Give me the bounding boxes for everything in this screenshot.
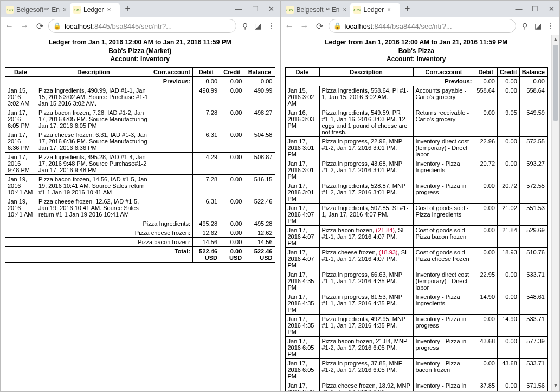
- menu-icon[interactable]: ⋮: [265, 22, 278, 30]
- cell-balance: 533.71: [519, 358, 547, 381]
- table-row: Jan 17, 2016 3:01 PMPizza in progress, 2…: [285, 136, 548, 159]
- forward-button[interactable]: →: [298, 21, 311, 31]
- cell-debit: 7.28: [192, 108, 220, 130]
- col-description: Description: [36, 67, 151, 76]
- cell-credit: 20.72: [498, 181, 520, 203]
- scroll-down-arrow-icon[interactable]: ▼: [552, 383, 559, 390]
- tab-close-icon[interactable]: ×: [387, 6, 391, 14]
- address-bar[interactable]: 🔒 localhost:8445/bsa8445/sec/ntr?...: [48, 19, 236, 33]
- scroll-thumb[interactable]: [553, 45, 558, 121]
- cell-description: Pizza in progress, 66.63, MNP #1-1, Jan …: [319, 270, 413, 292]
- tab-beigesoft[interactable]: EIS Beigesoft™ En ×: [283, 3, 350, 17]
- table-row: Jan 17, 2016 4:07 PMPizza bacon frozen, …: [285, 225, 548, 247]
- tab-close-icon[interactable]: ×: [63, 6, 67, 14]
- new-tab-button[interactable]: +: [121, 4, 134, 14]
- table-row: Jan 19, 2016 10:41 AMPizza bacon frozen,…: [5, 174, 275, 197]
- summary-credit: 0.00: [220, 237, 244, 246]
- tab-beigesoft[interactable]: EIS Beigesoft™ En ×: [3, 3, 70, 17]
- cell-debit: 6.31: [192, 130, 220, 152]
- url-toolbar: ← → ⟳ 🔒 localhost:8445/bsa8445/sec/ntr?.…: [1, 17, 280, 35]
- table-row: Jan 17, 2016 4:07 PMPizza Ingredients, 5…: [285, 203, 548, 225]
- summary-row: Pizza bacon frozen:14.560.0014.56: [5, 237, 275, 246]
- cell-date: Jan 17, 2016 6:36 PM: [285, 381, 319, 391]
- cell-description: Pizza in progress, 81.53, MNP #1-1, Jan …: [319, 292, 413, 314]
- cell-description: Pizza cheese frozen, 18.92, MNP #1-1, Ja…: [319, 381, 413, 391]
- menu-icon[interactable]: ⋮: [544, 22, 557, 30]
- reload-button[interactable]: ⟳: [313, 21, 326, 31]
- negative-value: (21.84): [376, 227, 395, 233]
- cell-credit: 43.68: [498, 358, 520, 381]
- cell-description: Pizza bacon frozen, 14.56, IAD #1-5, Jan…: [36, 174, 151, 197]
- maximize-button[interactable]: ☐: [247, 5, 263, 13]
- cell-description: Pizza Ingredients, 528.87, MNP #1-2, Jan…: [319, 181, 413, 203]
- cell-corr-account: Inventory - Pizza in progress: [413, 336, 474, 358]
- cell-date: Jan 17, 2016 3:01 PM: [285, 181, 319, 203]
- profile-icon[interactable]: ◪: [531, 22, 544, 30]
- reload-button[interactable]: ⟳: [33, 21, 46, 31]
- cell-corr-account: Cost of goods sold - Pizza Ingredients: [413, 203, 474, 225]
- cell-corr-account: Accounts payable - Carlo's grocery: [413, 86, 474, 108]
- report-title: Ledger from Jan 1, 2016 12:00 AM to Jan …: [285, 38, 548, 64]
- cell-debit: 37.85: [474, 381, 498, 391]
- maximize-button[interactable]: ☐: [527, 5, 543, 13]
- cell-description: Pizza bacon frozen, (21.84), SI #1-1, Ja…: [319, 225, 413, 247]
- table-row: Jan 17, 2016 3:01 PMPizza Ingredients, 5…: [285, 181, 548, 203]
- cell-balance: 593.27: [519, 159, 547, 181]
- favicon-eis-icon: EIS: [73, 6, 81, 14]
- cell-corr-account: [151, 86, 193, 108]
- tab-close-icon[interactable]: ×: [107, 6, 111, 14]
- ledger-table-left: Date Description Corr.account Debit Cred…: [5, 67, 275, 263]
- table-row: Jan 17, 2016 6:36 PMPizza cheese frozen,…: [285, 381, 548, 391]
- search-icon[interactable]: ⚲: [239, 22, 252, 30]
- vertical-scrollbar[interactable]: ▲ ▼: [551, 35, 559, 391]
- cell-corr-account: [151, 197, 193, 219]
- cell-date: Jan 17, 2016 4:07 PM: [285, 203, 319, 225]
- total-balance: 522.46 USD: [244, 246, 275, 262]
- new-tab-button[interactable]: +: [401, 4, 414, 14]
- cell-balance: 533.71: [519, 270, 547, 292]
- tab-close-icon[interactable]: ×: [343, 6, 347, 14]
- cell-credit: 0.00: [498, 159, 520, 181]
- forward-button[interactable]: →: [18, 21, 31, 31]
- col-debit: Debit: [192, 67, 220, 76]
- previous-balance: 0.00: [519, 76, 547, 86]
- cell-balance: 577.39: [519, 336, 547, 358]
- cell-date: Jan 15, 2016 3:02 AM: [285, 86, 319, 108]
- cell-description: Pizza Ingredients, 492.95, MNP #1-1, Jan…: [319, 314, 413, 336]
- cell-date: Jan 17, 2016 6:05 PM: [5, 108, 36, 130]
- cell-date: Jan 17, 2016 4:07 PM: [285, 225, 319, 247]
- tab-ledger[interactable]: EIS Ledger ×: [70, 3, 120, 17]
- table-row: Jan 17, 2016 6:36 PMPizza cheese frozen,…: [5, 130, 275, 152]
- cell-debit: 558.64: [474, 86, 498, 108]
- cell-balance: 572.55: [519, 136, 547, 159]
- scroll-up-arrow-icon[interactable]: ▲: [552, 36, 559, 44]
- cell-balance: 490.99: [244, 86, 275, 108]
- col-credit: Credit: [498, 67, 520, 76]
- close-window-button[interactable]: ✕: [543, 5, 559, 13]
- url-path: :8444/bsa8444/sec/ntr?...: [372, 22, 452, 30]
- profile-icon[interactable]: ◪: [252, 22, 265, 30]
- search-icon[interactable]: ⚲: [518, 22, 531, 30]
- col-corr-account: Corr.account: [413, 67, 474, 76]
- summary-row: Pizza cheese frozen:12.620.0012.62: [5, 228, 275, 237]
- minimize-button[interactable]: —: [231, 5, 247, 13]
- previous-row: Previous:0.000.000.00: [285, 76, 548, 86]
- minimize-button[interactable]: —: [511, 5, 527, 13]
- cell-description: Pizza in progress, 22.96, MNP #1-2, Jan …: [319, 136, 413, 159]
- cell-description: Pizza Ingredients, 495.28, IAD #1-4, Jan…: [36, 152, 151, 174]
- cell-debit: 14.90: [474, 292, 498, 314]
- url-toolbar: ← → ⟳ 🔒 localhost:8444/bsa8444/sec/ntr?.…: [281, 17, 560, 35]
- cell-balance: 551.53: [519, 203, 547, 225]
- cell-balance: 572.55: [519, 181, 547, 203]
- cell-balance: 522.46: [244, 197, 275, 219]
- cell-credit: 0.00: [498, 270, 520, 292]
- cell-corr-account: [151, 130, 193, 152]
- address-bar[interactable]: 🔒 localhost:8444/bsa8444/sec/ntr?...: [329, 19, 517, 33]
- back-button[interactable]: ←: [3, 21, 16, 31]
- close-window-button[interactable]: ✕: [263, 5, 280, 13]
- cell-debit: 0.00: [474, 108, 498, 136]
- cell-description: Pizza bacon frozen, 21.84, MNP #1-2, Jan…: [319, 336, 413, 358]
- back-button[interactable]: ←: [283, 21, 296, 31]
- cell-description: Pizza in progress, 43.68, MNP #1-2, Jan …: [319, 159, 413, 181]
- tab-ledger[interactable]: EIS Ledger ×: [350, 3, 400, 17]
